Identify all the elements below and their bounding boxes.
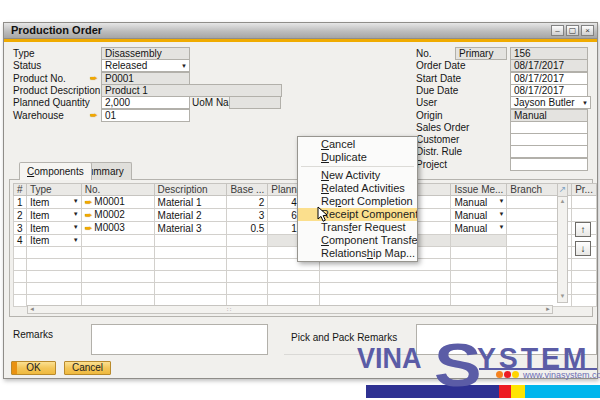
cell-issue[interactable] bbox=[451, 247, 507, 259]
cell-no[interactable] bbox=[81, 235, 154, 247]
cell-hidden[interactable] bbox=[320, 271, 451, 283]
tab-components[interactable]: Components bbox=[19, 162, 92, 180]
cell-no[interactable] bbox=[81, 247, 154, 259]
warehouse-field[interactable]: 01 bbox=[101, 109, 190, 122]
user-dropdown-icon[interactable]: ▼ bbox=[582, 100, 588, 106]
cell-desc[interactable] bbox=[154, 235, 227, 247]
cell-no[interactable] bbox=[81, 283, 154, 295]
distr-rule-field[interactable] bbox=[510, 145, 588, 158]
cell-planned[interactable] bbox=[268, 283, 320, 295]
cell-type[interactable] bbox=[26, 259, 81, 271]
cell-no[interactable]: ➨M0002 bbox=[81, 209, 154, 222]
type-dropdown-icon[interactable]: ▼ bbox=[73, 224, 79, 230]
cell-num[interactable] bbox=[14, 271, 27, 283]
product-no-link-arrow-icon[interactable]: ➨ bbox=[90, 73, 98, 84]
cell-pr[interactable] bbox=[572, 271, 597, 283]
cancel-button[interactable]: Cancel bbox=[64, 361, 111, 375]
remarks-field[interactable] bbox=[91, 324, 268, 355]
issue-method-dropdown-icon[interactable]: ▼ bbox=[498, 198, 504, 204]
type-dropdown-icon[interactable]: ▼ bbox=[73, 198, 79, 204]
cell-planned[interactable] bbox=[268, 271, 320, 283]
expand-table-icon[interactable]: ↗ bbox=[558, 184, 567, 197]
cell-desc[interactable] bbox=[154, 259, 227, 271]
issue-method-dropdown-icon[interactable]: ▼ bbox=[498, 211, 504, 217]
start-date-field[interactable]: 08/17/2017 bbox=[510, 72, 588, 85]
cell-num[interactable] bbox=[14, 259, 27, 271]
cell-base[interactable]: 3 bbox=[227, 209, 268, 222]
menu-item-transfer-request[interactable]: Transfer Request bbox=[298, 221, 417, 234]
type-dropdown-icon[interactable]: ▼ bbox=[73, 211, 79, 217]
item-link-arrow-icon[interactable]: ➨ bbox=[85, 197, 93, 207]
cell-base[interactable]: 0.5 bbox=[227, 222, 268, 235]
project-field[interactable] bbox=[510, 158, 588, 171]
table-horizontal-scrollbar[interactable]: ◄ ► ∷ bbox=[27, 305, 553, 314]
scroll-up-icon[interactable]: ▲ bbox=[558, 197, 567, 206]
cell-base[interactable] bbox=[227, 235, 268, 247]
menu-item-duplicate[interactable]: Duplicate bbox=[298, 151, 417, 164]
cell-issue[interactable] bbox=[451, 235, 507, 247]
warehouse-link-arrow-icon[interactable]: ➨ bbox=[90, 110, 98, 121]
cell-issue[interactable]: Manual▼ bbox=[451, 222, 507, 235]
scroll-left-icon[interactable]: ◄ bbox=[29, 306, 35, 313]
cell-desc[interactable] bbox=[154, 283, 227, 295]
restore-icon[interactable]: ▢ bbox=[566, 25, 579, 36]
cell-pr[interactable] bbox=[572, 295, 597, 307]
cell-base[interactable] bbox=[227, 271, 268, 283]
cell-issue[interactable]: Manual▼ bbox=[451, 209, 507, 222]
close-icon[interactable]: × bbox=[581, 25, 594, 36]
cell-type[interactable]: Item▼ bbox=[26, 196, 81, 209]
cell-no[interactable]: ➨M0003 bbox=[81, 222, 154, 235]
cell-type[interactable] bbox=[26, 271, 81, 283]
scroll-down-icon[interactable]: ▼ bbox=[558, 292, 567, 301]
cell-type[interactable]: Item▼ bbox=[26, 209, 81, 222]
cell-no[interactable]: ➨M0001 bbox=[81, 196, 154, 209]
menu-item-report-completion[interactable]: Report Completion bbox=[298, 195, 417, 208]
menu-item-cancel[interactable]: Cancel bbox=[298, 138, 417, 151]
cell-issue[interactable] bbox=[451, 271, 507, 283]
window-titlebar[interactable]: Production Order – ▢ × bbox=[4, 23, 597, 39]
menu-item-new-activity[interactable]: New Activity bbox=[298, 169, 417, 182]
sales-order-field[interactable] bbox=[510, 121, 588, 134]
customer-field[interactable] bbox=[510, 133, 588, 146]
cell-hidden[interactable] bbox=[320, 283, 451, 295]
cell-pr[interactable] bbox=[572, 283, 597, 295]
item-link-arrow-icon[interactable]: ➨ bbox=[85, 210, 93, 220]
due-date-field[interactable]: 08/17/2017 bbox=[510, 84, 588, 97]
table-vertical-scrollbar[interactable]: ↗ ▲ ▼ bbox=[557, 183, 568, 303]
cell-issue[interactable] bbox=[451, 283, 507, 295]
cell-desc[interactable]: Material 3 bbox=[154, 222, 227, 235]
ok-button[interactable]: OK bbox=[11, 361, 56, 375]
row-move-down-button[interactable]: ↓ bbox=[575, 241, 591, 256]
planned-quantity-field[interactable]: 2,000 bbox=[101, 96, 190, 109]
cell-no[interactable] bbox=[81, 271, 154, 283]
status-field[interactable]: Released▼ bbox=[101, 59, 190, 72]
cell-no[interactable] bbox=[81, 259, 154, 271]
status-dropdown-icon[interactable]: ▼ bbox=[181, 63, 187, 69]
cell-type[interactable]: Item▼ bbox=[26, 235, 81, 247]
item-link-arrow-icon[interactable]: ➨ bbox=[85, 223, 93, 233]
cell-pr[interactable] bbox=[572, 209, 597, 222]
cell-num[interactable] bbox=[14, 295, 27, 307]
cell-num[interactable] bbox=[14, 247, 27, 259]
cell-desc[interactable]: Material 1 bbox=[154, 196, 227, 209]
type-dropdown-icon[interactable]: ▼ bbox=[73, 237, 79, 243]
cell-issue[interactable] bbox=[451, 259, 507, 271]
menu-item-related-activities[interactable]: Related Activities bbox=[298, 182, 417, 195]
minimize-icon[interactable]: – bbox=[551, 25, 564, 36]
menu-item-receipt-components[interactable]: Receipt Components bbox=[298, 208, 417, 221]
scrollbar-grip[interactable]: ∷ bbox=[227, 307, 232, 313]
cell-base[interactable] bbox=[227, 247, 268, 259]
cell-pr[interactable] bbox=[572, 259, 597, 271]
cell-issue[interactable]: Manual▼ bbox=[451, 196, 507, 209]
cell-desc[interactable] bbox=[154, 271, 227, 283]
cell-type[interactable] bbox=[26, 247, 81, 259]
cell-pr[interactable] bbox=[572, 196, 597, 209]
cell-type[interactable] bbox=[26, 283, 81, 295]
issue-method-dropdown-icon[interactable]: ▼ bbox=[498, 224, 504, 230]
scroll-right-icon[interactable]: ► bbox=[545, 306, 551, 313]
cell-base[interactable]: 2 bbox=[227, 196, 268, 209]
cell-desc[interactable]: Material 2 bbox=[154, 209, 227, 222]
menu-item-relationship-map[interactable]: Relationship Map... bbox=[298, 247, 417, 260]
cell-num[interactable] bbox=[14, 283, 27, 295]
user-field[interactable]: Jayson Butler▼ bbox=[510, 96, 591, 109]
